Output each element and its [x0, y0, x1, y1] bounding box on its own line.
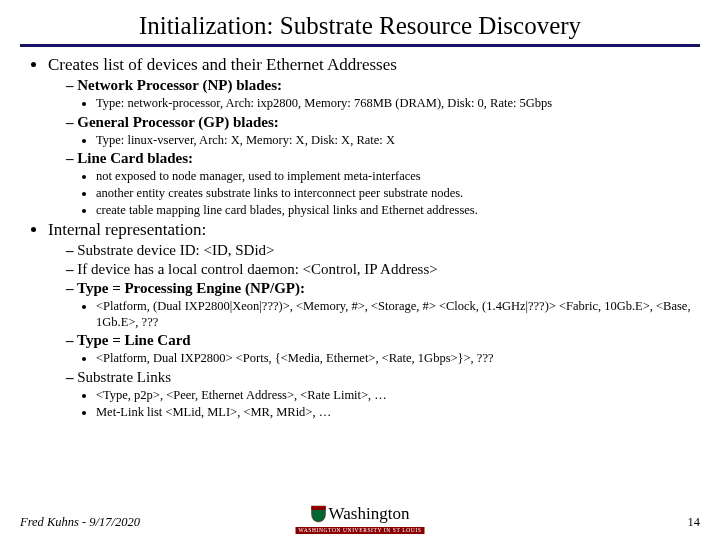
- slide-body: Initialization: Substrate Resource Disco…: [0, 0, 720, 420]
- lc2-head: Type = Line Card <Platform, Dual IXP2800…: [66, 332, 700, 367]
- sublist-1: Network Processor (NP) blades: Type: net…: [48, 77, 700, 218]
- footer-page-number: 14: [688, 515, 701, 530]
- bullet-1: Creates list of devices and their Ethern…: [48, 55, 700, 218]
- sid-line: Substrate device ID: <ID, SDid>: [66, 242, 700, 259]
- university-name: Washington: [329, 504, 410, 523]
- lc2-label: Type = Line Card: [77, 332, 191, 348]
- shield-icon: [311, 505, 327, 526]
- lc-blades-label: Line Card blades:: [77, 150, 193, 166]
- lc-detail-1: not exposed to node manager, used to imp…: [96, 169, 700, 185]
- links-detail-2: Met-Link list <MLid, MLI>, <MR, MRid>, …: [96, 405, 700, 421]
- links-head: Substrate Links <Type, p2p>, <Peer, Ethe…: [66, 369, 700, 420]
- pe-label: Type = Processing Engine (NP/GP):: [77, 280, 305, 296]
- np-detail-list: Type: network-processor, Arch: ixp2800, …: [66, 96, 700, 112]
- university-subtitle: WASHINGTON UNIVERSITY IN ST LOUIS: [296, 527, 425, 535]
- np-blades-label: Network Processor (NP) blades:: [77, 77, 282, 93]
- pe-detail: <Platform, (Dual IXP2800|Xeon|???)>, <Me…: [96, 299, 700, 330]
- sublist-2: Substrate device ID: <ID, SDid> If devic…: [48, 242, 700, 420]
- gp-detail: Type: linux-vserver, Arch: X, Memory: X,…: [96, 133, 700, 149]
- gp-blades-head: General Processor (GP) blades: Type: lin…: [66, 114, 700, 149]
- university-logo: Washington WASHINGTON UNIVERSITY IN ST L…: [296, 505, 425, 535]
- np-blades-head: Network Processor (NP) blades: Type: net…: [66, 77, 700, 112]
- links-detail-1: <Type, p2p>, <Peer, Ethernet Address>, <…: [96, 388, 700, 404]
- title-underline: [20, 44, 700, 47]
- lc-detail-list: not exposed to node manager, used to imp…: [66, 169, 700, 218]
- gp-detail-list: Type: linux-vserver, Arch: X, Memory: X,…: [66, 133, 700, 149]
- gp-blades-label: General Processor (GP) blades:: [77, 114, 279, 130]
- bullet-2-text: Internal representation:: [48, 220, 206, 239]
- daemon-line: If device has a local control daemon: <C…: [66, 261, 700, 278]
- links-label: Substrate Links: [77, 369, 171, 385]
- lc-detail-2: another entity creates substrate links t…: [96, 186, 700, 202]
- links-detail-list: <Type, p2p>, <Peer, Ethernet Address>, <…: [66, 388, 700, 420]
- bullet-list: Creates list of devices and their Ethern…: [20, 55, 700, 420]
- lc2-detail: <Platform, Dual IXP2800> <Ports, {<Media…: [96, 351, 700, 367]
- pe-detail-list: <Platform, (Dual IXP2800|Xeon|???)>, <Me…: [66, 299, 700, 330]
- slide-title: Initialization: Substrate Resource Disco…: [20, 12, 700, 40]
- pe-head: Type = Processing Engine (NP/GP): <Platf…: [66, 280, 700, 330]
- footer-author-date: Fred Kuhns - 9/17/2020: [20, 515, 140, 529]
- lc-detail-3: create table mapping line card blades, p…: [96, 203, 700, 219]
- np-detail: Type: network-processor, Arch: ixp2800, …: [96, 96, 700, 112]
- bullet-1-text: Creates list of devices and their Ethern…: [48, 55, 397, 74]
- lc2-detail-list: <Platform, Dual IXP2800> <Ports, {<Media…: [66, 351, 700, 367]
- lc-blades-head: Line Card blades: not exposed to node ma…: [66, 150, 700, 218]
- bullet-2: Internal representation: Substrate devic…: [48, 220, 700, 420]
